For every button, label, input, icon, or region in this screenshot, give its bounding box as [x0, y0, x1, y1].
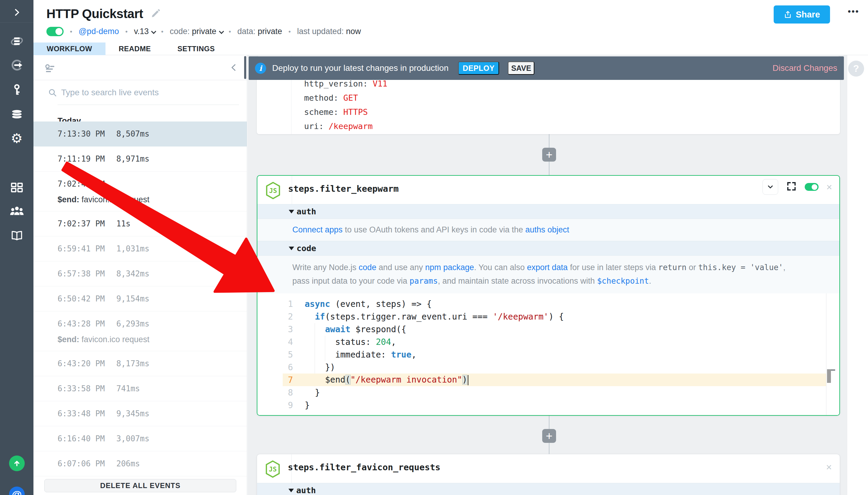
help-button[interactable]: ? [848, 61, 864, 76]
workflow-active-toggle[interactable] [47, 27, 64, 36]
save-button[interactable]: SAVE [508, 62, 534, 75]
account-link[interactable]: @pd-demo [79, 27, 119, 36]
data-stores-icon[interactable] [0, 105, 33, 123]
canvas-scroll-gutter[interactable] [847, 55, 868, 495]
event-duration: 8,173ms [116, 359, 150, 368]
event-row[interactable]: 6:33:58 PM741ms [33, 376, 247, 401]
event-duration: 8,342ms [116, 269, 150, 278]
event-row[interactable]: 6:16:40 PM3,007ms [33, 426, 247, 451]
code-editor[interactable]: 1async (event, steps) => {2 if(steps.tri… [257, 293, 839, 415]
version-dropdown[interactable]: v.13 [134, 27, 155, 36]
more-menu-button[interactable]: ••• [848, 7, 859, 16]
workflow-header: HTTP Quickstart Share ••• • @pd-demo • v… [33, 0, 868, 55]
triangle-down-icon [289, 210, 294, 214]
event-row[interactable]: 6:57:38 PM8,342ms [33, 261, 247, 286]
docs-book-icon[interactable] [0, 226, 33, 244]
step-menu-button[interactable] [763, 179, 778, 195]
fullscreen-icon [786, 181, 797, 192]
deploy-button[interactable]: DEPLOY [458, 62, 499, 75]
expand-sidebar-icon[interactable] [0, 3, 33, 21]
add-step-button[interactable]: + [542, 148, 556, 161]
event-row[interactable]: 6:33:48 PM9,345ms [33, 401, 247, 426]
event-end-label: $end: favicon.ico request [57, 195, 247, 204]
text-cursor [468, 375, 468, 385]
event-duration: 206ms [116, 459, 140, 468]
code-line[interactable]: 8 } [283, 386, 826, 399]
discard-changes-button[interactable]: Discard Changes [772, 63, 837, 73]
deploy-banner-message: Deploy to run your latest changes in pro… [272, 63, 449, 73]
code-line[interactable]: 1async (event, steps) => { [283, 297, 826, 310]
editor-scrollbar-thumb[interactable] [827, 370, 831, 383]
data-visibility-label: data: private [237, 27, 282, 36]
sidebar-divider [0, 22, 33, 23]
event-time: 7:11:19 PM [57, 154, 116, 164]
code-section-description: Write any Node.js code and use any npm p… [257, 256, 839, 293]
code-line[interactable]: 2 if(steps.trigger.raw_event.uri === '/k… [283, 310, 826, 323]
edit-title-icon[interactable] [151, 8, 161, 20]
workflow-canvas: + + http_version: V11method: GETscheme: … [247, 55, 847, 495]
event-row[interactable]: 6:59:41 PM1,031ms [33, 236, 247, 261]
event-sources-icon[interactable] [0, 56, 33, 74]
tab-readme[interactable]: README [105, 42, 164, 55]
event-row[interactable]: 7:13:30 PM8,507ms [33, 121, 247, 147]
chevron-down-icon [219, 29, 224, 34]
svg-text:JS: JS [269, 465, 277, 473]
delete-all-events-button[interactable]: DELETE ALL EVENTS [44, 479, 236, 492]
editor-overview-ruler [826, 293, 827, 415]
event-duration: 741ms [116, 384, 140, 393]
event-end-label: $end: favicon.ico request [57, 335, 247, 344]
close-step-icon[interactable]: × [826, 462, 832, 472]
settings-gear-icon[interactable]: ⚙ [0, 129, 33, 148]
tab-workflow[interactable]: WORKFLOW [33, 42, 105, 55]
code-line[interactable]: 6 }) [283, 361, 826, 374]
event-row[interactable]: 6:07:06 PM206ms [33, 451, 247, 476]
events-scrollbar-thumb[interactable] [244, 56, 246, 79]
event-duration: 8,507ms [116, 129, 150, 138]
code-line[interactable]: 3 await $respond({ [283, 323, 826, 336]
triangle-down-icon [289, 489, 294, 492]
auth-help-text: Connect apps to use OAuth tokens and API… [292, 225, 569, 235]
event-row[interactable]: 7:02:37 PM11s [33, 211, 247, 236]
code-line[interactable]: 9} [283, 399, 826, 411]
step-enabled-toggle[interactable] [805, 183, 819, 191]
events-search [33, 80, 247, 105]
add-step-button[interactable]: + [542, 429, 556, 443]
event-time: 6:16:40 PM [57, 434, 116, 443]
nodejs-icon: JS [264, 460, 281, 479]
code-section-header[interactable]: code [257, 241, 839, 256]
event-duration: 8,971ms [116, 154, 150, 164]
accounts-key-icon[interactable] [0, 81, 33, 99]
upgrade-icon[interactable] [0, 454, 33, 472]
share-icon [784, 10, 792, 19]
live-events-panel: Today 7:13:30 PM8,507ms7:11:19 PM8,971ms… [33, 55, 247, 495]
event-row[interactable]: 6:43:20 PM8,173ms [33, 351, 247, 376]
auth-section-header[interactable]: auth [257, 483, 840, 495]
community-icon[interactable] [0, 202, 33, 220]
event-time: 6:43:20 PM [57, 359, 116, 368]
fullscreen-button[interactable] [786, 181, 797, 193]
events-toolbar [33, 55, 247, 80]
collapse-panel-icon[interactable] [229, 63, 238, 73]
code-line[interactable]: 4 status: 204, [283, 336, 826, 348]
code-line[interactable]: 7 $end("/keepwarm invocation") [283, 374, 826, 386]
event-time: 7:02:49 PM [57, 180, 116, 188]
filter-favicon-step-card: JS steps.filter_favicon_requests × auth [257, 454, 840, 495]
code-line[interactable]: 5 immediate: true, [283, 348, 826, 361]
share-button[interactable]: Share [774, 5, 830, 23]
event-row[interactable]: 7:02:49 PM$end: favicon.ico request [33, 172, 247, 211]
tab-settings[interactable]: SETTINGS [164, 42, 228, 55]
code-visibility-dropdown[interactable]: code: private [170, 27, 222, 36]
search-input[interactable] [61, 85, 230, 100]
close-step-icon[interactable]: × [827, 182, 832, 192]
event-row[interactable]: 6:50:42 PM9,154ms [33, 286, 247, 311]
workflows-icon[interactable] [0, 32, 33, 50]
apps-grid-icon[interactable] [0, 178, 33, 197]
event-duration: 11s [116, 219, 131, 228]
auth-section-header[interactable]: auth [257, 204, 839, 219]
event-row[interactable]: 7:11:19 PM8,971ms [33, 147, 247, 172]
filter-keepwarm-step-card: JS + steps.filter_keepwarm × auth Connec… [257, 175, 840, 416]
event-duration: 6,293ms [116, 319, 150, 328]
event-row[interactable]: 6:43:28 PM6,293ms$end: favicon.ico reque… [33, 311, 247, 351]
profile-avatar-icon[interactable]: @ [0, 485, 33, 495]
filter-events-icon[interactable] [44, 63, 56, 76]
